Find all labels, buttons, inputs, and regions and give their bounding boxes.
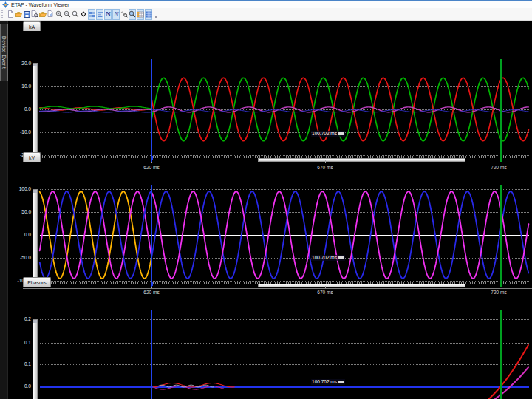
grid-icon xyxy=(146,11,152,18)
cursor-line-green[interactable] xyxy=(500,59,502,162)
annotation-handle[interactable] xyxy=(338,381,344,383)
y-axis-label: -10.0 xyxy=(9,129,31,135)
y-axis-label: 100.0 xyxy=(9,186,31,192)
zoom-window-button[interactable] xyxy=(72,9,79,20)
cursor-line-green[interactable] xyxy=(500,185,502,287)
zoom-out-icon xyxy=(64,10,71,18)
marker-button[interactable] xyxy=(80,9,87,20)
y-axis-label: 0.2 xyxy=(9,316,31,322)
table-icon xyxy=(137,11,144,18)
plot-bottom-border xyxy=(23,288,532,289)
ruler-marker-blue xyxy=(151,156,153,160)
zoom-fill-icon xyxy=(129,10,136,18)
zoom-icon xyxy=(72,10,79,18)
zoom-in-button[interactable] xyxy=(55,9,63,20)
page-icon xyxy=(7,10,14,18)
toolbar-overflow-mark[interactable] xyxy=(155,16,157,18)
folder-icon xyxy=(39,11,47,18)
plot-bottom-border xyxy=(23,163,532,163)
toolbar-grip[interactable] xyxy=(1,10,4,18)
open-project-button[interactable] xyxy=(39,9,47,20)
x-axis-label: 620 ms xyxy=(143,290,159,296)
y-axis-label: 0.0 xyxy=(9,383,31,389)
zoom-in-icon xyxy=(55,10,63,18)
tab-phasors[interactable]: Phasors xyxy=(23,277,51,287)
cursor-line-blue[interactable] xyxy=(151,185,152,287)
y-axis-label: 0.0 xyxy=(9,232,31,238)
x-axis-tick xyxy=(325,160,326,163)
x-axis-tick xyxy=(325,286,326,288)
print-preview-button[interactable] xyxy=(31,9,38,20)
tab-kv[interactable]: kV xyxy=(23,152,41,162)
cursor-delta-label: 100.702 ms xyxy=(312,255,337,261)
page-export-icon xyxy=(47,10,55,18)
grid-display-button[interactable] xyxy=(145,9,152,20)
annotation-handle[interactable] xyxy=(338,132,344,135)
tab-device-event[interactable]: Device Event xyxy=(0,24,8,81)
etap-waveform-viewer-window: ETAP - Waveform Viewer NN 20.010.00.0-10… xyxy=(0,0,532,399)
x-axis-label: 720 ms xyxy=(491,165,506,171)
folder-icon xyxy=(15,11,22,18)
y-axis-label: 0.0 xyxy=(9,106,31,112)
cursor-line-blue[interactable] xyxy=(151,310,152,399)
data-table-button[interactable] xyxy=(137,9,144,20)
svg-text:N: N xyxy=(113,10,119,18)
ruler-marker-green xyxy=(500,282,502,286)
wave-inspect-button[interactable] xyxy=(120,9,128,20)
y-axis-label: 20.0 xyxy=(9,61,31,66)
x-axis-label: 670 ms xyxy=(317,290,332,296)
waveform-client-area: 20.010.00.0-10.0-20.0620 ms670 ms720 ms1… xyxy=(0,21,532,399)
cursor-line-blue[interactable] xyxy=(151,59,152,162)
zoom-selection-button[interactable] xyxy=(129,9,136,20)
x-axis-label: 720 ms xyxy=(491,290,506,296)
title-bar: ETAP - Waveform Viewer xyxy=(0,0,532,8)
signal-levels-button[interactable] xyxy=(96,9,103,20)
page-zoom-icon xyxy=(31,10,38,18)
levels-icon xyxy=(97,11,103,18)
cursor-delta-label: 100.702 ms xyxy=(312,131,337,137)
y-axis-label: 0.1 xyxy=(9,340,31,346)
N-icon: N xyxy=(105,10,112,18)
vertical-scrollbar[interactable] xyxy=(33,189,38,281)
x-axis-tick xyxy=(499,286,499,288)
x-axis-tick xyxy=(499,160,499,163)
y-axis-label: 0.1 xyxy=(9,361,31,367)
y-axis-label: -50.0 xyxy=(9,255,31,261)
horizontal-scrollbar[interactable] xyxy=(258,158,466,162)
vertical-scrollbar[interactable] xyxy=(33,63,38,156)
app-icon xyxy=(2,1,9,8)
export-button[interactable] xyxy=(47,9,55,20)
N-italic-icon: N xyxy=(113,10,120,18)
tile-views-button[interactable] xyxy=(88,9,95,20)
cursor-delta-annotation: 100.702 ms xyxy=(311,255,345,261)
save-button[interactable] xyxy=(23,9,30,20)
ruler-marker-blue xyxy=(151,282,153,286)
main-toolbar: NN xyxy=(0,8,532,21)
diamond-icon xyxy=(80,10,87,18)
cursor-delta-annotation: 100.702 ms xyxy=(311,131,345,137)
tab-ka[interactable]: kA xyxy=(23,21,41,31)
floppy-icon xyxy=(24,11,30,18)
vertical-scrollbar[interactable] xyxy=(33,319,38,399)
x-axis-label: 620 ms xyxy=(143,165,159,171)
zoom-out-button[interactable] xyxy=(64,9,71,20)
nominal-scale-button[interactable]: N xyxy=(104,9,112,20)
normalized-scale-button[interactable]: N xyxy=(112,9,120,20)
x-axis-label: 670 ms xyxy=(317,165,332,171)
open-file-button[interactable] xyxy=(15,9,22,20)
ruler-marker-green xyxy=(500,156,502,160)
annotation-handle[interactable] xyxy=(338,256,344,259)
wave-zoom-icon xyxy=(120,10,128,18)
cursor-line-green[interactable] xyxy=(500,310,502,399)
cursor-delta-label: 100.702 ms xyxy=(312,379,337,385)
tile-icon xyxy=(89,11,95,18)
horizontal-scrollbar[interactable] xyxy=(258,284,466,287)
cursor-delta-annotation: 100.702 ms xyxy=(311,379,345,385)
svg-text:N: N xyxy=(106,10,111,18)
side-tab-strip: Device Event xyxy=(0,21,8,399)
y-axis-label: 50.0 xyxy=(9,209,31,215)
y-axis-label: 10.0 xyxy=(9,83,31,89)
new-file-button[interactable] xyxy=(7,9,14,20)
window-title: ETAP - Waveform Viewer xyxy=(11,1,69,9)
